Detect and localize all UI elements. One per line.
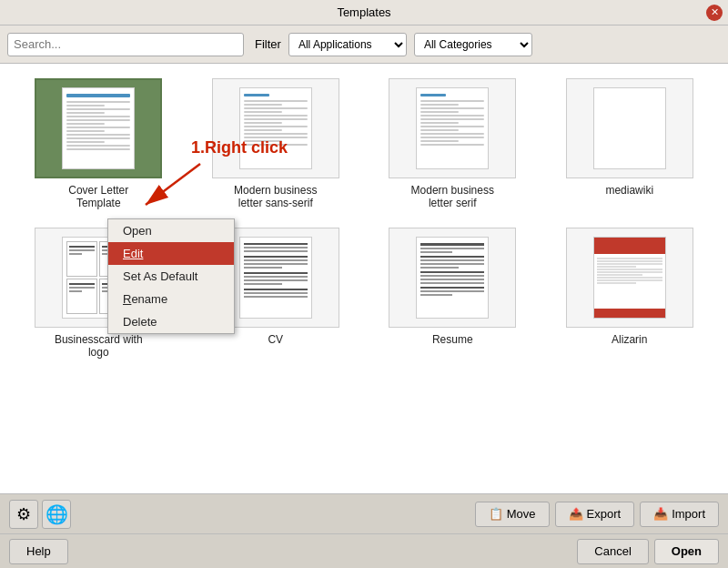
template-label-resume: Resume	[432, 333, 473, 346]
template-label-businesscard: Businesscard withlogo	[55, 333, 143, 359]
export-label: Export	[587, 507, 622, 521]
close-button[interactable]: ✕	[706, 5, 723, 21]
settings-button[interactable]: ⚙	[9, 500, 38, 529]
filter-label: Filter	[255, 37, 281, 51]
context-menu-set-default[interactable]: Set As Default	[108, 265, 234, 288]
extensions-button[interactable]: 🌐	[42, 500, 71, 529]
context-menu-edit[interactable]: Edit	[108, 242, 234, 265]
template-item-resume[interactable]: Resume	[369, 228, 537, 359]
move-icon: 📋	[489, 507, 503, 521]
context-menu-open[interactable]: Open	[108, 219, 234, 242]
export-button[interactable]: 📤 Export	[555, 502, 635, 527]
arrow-graphic	[118, 155, 209, 218]
application-filter[interactable]: All Applications Writer Calc Impress	[288, 33, 407, 56]
svg-line-1	[146, 164, 200, 205]
template-item-mediawiki[interactable]: mediawiki	[546, 78, 714, 209]
search-input[interactable]	[7, 33, 244, 56]
dialog-title: Templates	[337, 5, 390, 19]
toolbar: Filter All Applications Writer Calc Impr…	[0, 25, 728, 64]
context-menu-rename[interactable]: Rename	[108, 288, 234, 310]
footer-right: Cancel Open	[577, 539, 719, 564]
template-label-cv: CV	[268, 333, 283, 346]
footer: Help Cancel Open	[0, 533, 728, 568]
template-item-modern-serif[interactable]: Modern businessletter serif	[369, 78, 537, 209]
content-area: 1.Right click	[0, 64, 728, 493]
template-thumb-mediawiki[interactable]	[566, 78, 693, 178]
help-button[interactable]: Help	[9, 539, 68, 564]
context-menu: Open Edit Set As Default Rename Delete	[107, 218, 235, 334]
export-icon: 📤	[569, 507, 583, 521]
template-label-alizarin: Alizarin	[612, 333, 647, 346]
move-button[interactable]: 📋 Move	[475, 502, 550, 527]
import-button[interactable]: 📥 Import	[640, 502, 719, 527]
title-bar: Templates ✕	[0, 0, 728, 25]
template-label-modern-serif: Modern businessletter serif	[411, 184, 494, 209]
template-label-mediawiki: mediawiki	[605, 184, 653, 197]
template-label-modern-sans: Modern businessletter sans-serif	[234, 184, 317, 209]
template-thumb-modern-sans[interactable]	[212, 78, 339, 178]
import-label: Import	[672, 507, 705, 521]
cancel-button[interactable]: Cancel	[577, 539, 648, 564]
template-thumb-resume[interactable]	[389, 228, 516, 328]
import-icon: 📥	[653, 507, 668, 521]
template-thumb-alizarin[interactable]	[566, 228, 693, 328]
open-button[interactable]: Open	[654, 539, 719, 564]
action-bar: ⚙ 🌐 📋 Move 📤 Export 📥 Import	[0, 493, 728, 533]
action-bar-right: 📋 Move 📤 Export 📥 Import	[475, 502, 719, 527]
template-thumb-modern-serif[interactable]	[389, 78, 516, 178]
category-filter[interactable]: All Categories Business Personal Educati…	[414, 33, 532, 56]
move-label: Move	[507, 507, 536, 521]
context-menu-delete[interactable]: Delete	[108, 310, 234, 333]
template-item-alizarin[interactable]: Alizarin	[546, 228, 714, 359]
action-bar-left: ⚙ 🌐	[9, 500, 71, 529]
